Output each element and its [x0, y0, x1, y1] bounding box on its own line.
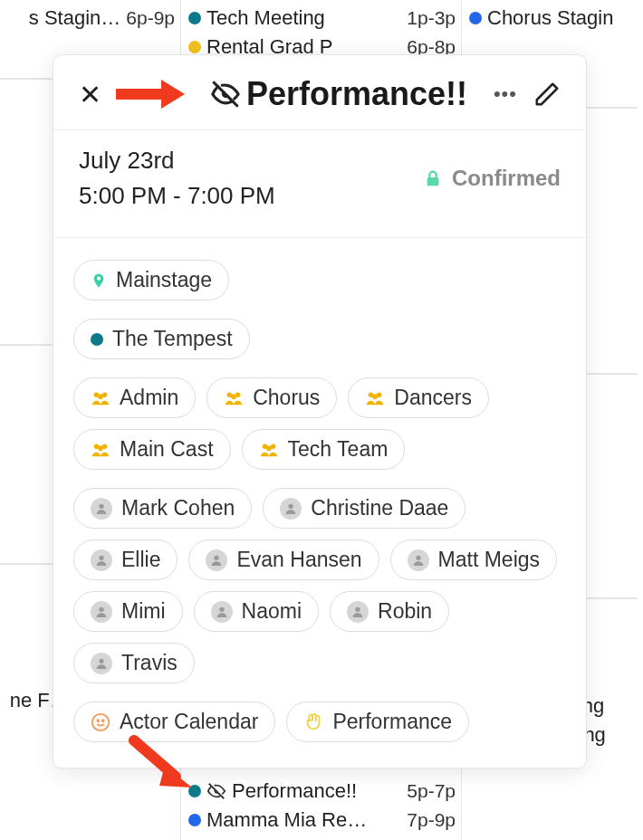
person-label: Matt Meigs	[438, 548, 540, 572]
event-dot	[91, 333, 103, 346]
svg-point-15	[266, 445, 272, 451]
eye-off-icon	[206, 781, 226, 801]
wave-icon	[303, 712, 323, 732]
event-dot	[188, 12, 201, 24]
bg-event[interactable]: Chorus Stagin	[469, 4, 638, 33]
person-chip[interactable]: Travis	[73, 643, 195, 683]
edit-button[interactable]	[533, 81, 561, 108]
group-chip[interactable]: Admin	[73, 377, 196, 418]
status-badge: Confirmed	[423, 166, 561, 191]
person-label: Mimi	[121, 599, 166, 624]
event-dot	[188, 41, 201, 53]
person-label: Robin	[378, 599, 432, 624]
person-chip[interactable]: Ellie	[73, 539, 178, 580]
user-icon	[211, 601, 233, 623]
event-dot	[469, 12, 482, 24]
close-button[interactable]: ✕	[79, 79, 101, 110]
tag-chip[interactable]: Actor Calendar	[73, 702, 275, 742]
person-chip[interactable]: Mimi	[73, 591, 183, 632]
svg-point-25	[92, 713, 109, 730]
tag-chip[interactable]: Performance	[286, 702, 469, 742]
group-icon	[91, 390, 110, 406]
svg-point-16	[99, 503, 103, 508]
event-dot	[188, 814, 201, 826]
svg-point-6	[231, 394, 236, 399]
person-chip[interactable]: Naomi	[194, 591, 319, 632]
person-chip[interactable]: Matt Meigs	[390, 539, 557, 580]
user-icon	[280, 498, 302, 520]
lock-icon	[423, 168, 443, 188]
event-date: July 23rd	[79, 143, 275, 178]
svg-point-17	[289, 503, 293, 508]
group-label: Dancers	[394, 386, 472, 410]
more-options-button[interactable]: •••	[494, 82, 517, 106]
group-label: Admin	[120, 386, 178, 410]
svg-rect-0	[427, 177, 439, 186]
user-icon	[91, 653, 112, 674]
svg-point-3	[98, 394, 103, 399]
person-chip[interactable]: Evan Hansen	[188, 539, 379, 580]
user-icon	[347, 601, 369, 623]
user-icon	[206, 549, 227, 571]
production-label: The Tempest	[112, 327, 233, 351]
svg-point-24	[99, 658, 103, 663]
group-icon	[224, 390, 244, 406]
person-label: Travis	[121, 651, 178, 675]
svg-point-27	[102, 720, 104, 721]
person-chip[interactable]: Christine Daae	[263, 488, 465, 529]
group-chip[interactable]: Tech Team	[242, 429, 406, 470]
person-label: Ellie	[121, 548, 160, 572]
event-dot	[188, 785, 201, 797]
bg-event[interactable]: s Stagin… 6p-9p	[0, 4, 175, 33]
group-chip[interactable]: Chorus	[206, 377, 337, 418]
group-label: Tech Team	[288, 437, 389, 462]
person-label: Naomi	[242, 599, 302, 624]
event-detail-popover: ✕ Performance!! ••• July 23rd 5:00 PM - …	[53, 54, 587, 768]
user-icon	[91, 498, 112, 520]
bg-event-performance[interactable]: Performance!! 5p-7p	[188, 777, 456, 806]
svg-point-21	[99, 606, 103, 611]
event-time: 5:00 PM - 7:00 PM	[79, 178, 275, 214]
person-chip[interactable]: Mark Cohen	[73, 488, 252, 529]
svg-point-20	[416, 555, 420, 559]
eye-off-icon	[210, 79, 241, 110]
user-icon	[91, 549, 112, 571]
svg-point-9	[372, 394, 378, 399]
person-label: Mark Cohen	[121, 496, 235, 520]
event-title: Performance!!	[246, 75, 494, 113]
person-chip[interactable]: Robin	[330, 591, 449, 632]
group-icon	[91, 442, 110, 458]
svg-point-18	[99, 555, 103, 559]
svg-point-26	[97, 720, 99, 721]
person-label: Evan Hansen	[236, 548, 361, 572]
group-chip[interactable]: Main Cast	[73, 429, 231, 470]
svg-point-19	[215, 555, 219, 559]
bg-event[interactable]: Tech Meeting 1p-3p	[188, 4, 456, 33]
smile-icon	[91, 712, 110, 732]
location-label: Mainstage	[116, 268, 212, 292]
group-icon	[259, 442, 279, 458]
pin-icon	[91, 271, 107, 291]
group-label: Main Cast	[120, 437, 214, 462]
group-icon	[365, 390, 385, 406]
tag-label: Performance	[332, 710, 452, 734]
person-label: Christine Daae	[311, 496, 448, 520]
svg-point-23	[355, 606, 360, 611]
production-chip[interactable]: The Tempest	[73, 319, 250, 359]
group-chip[interactable]: Dancers	[348, 377, 489, 418]
user-icon	[408, 549, 429, 571]
location-chip[interactable]: Mainstage	[73, 260, 229, 301]
bg-event[interactable]: Mamma Mia Re… 7p-9p	[188, 806, 456, 835]
tag-label: Actor Calendar	[120, 710, 258, 734]
user-icon	[91, 601, 112, 623]
svg-point-12	[98, 445, 103, 451]
svg-point-22	[219, 606, 224, 611]
group-label: Chorus	[253, 386, 320, 410]
